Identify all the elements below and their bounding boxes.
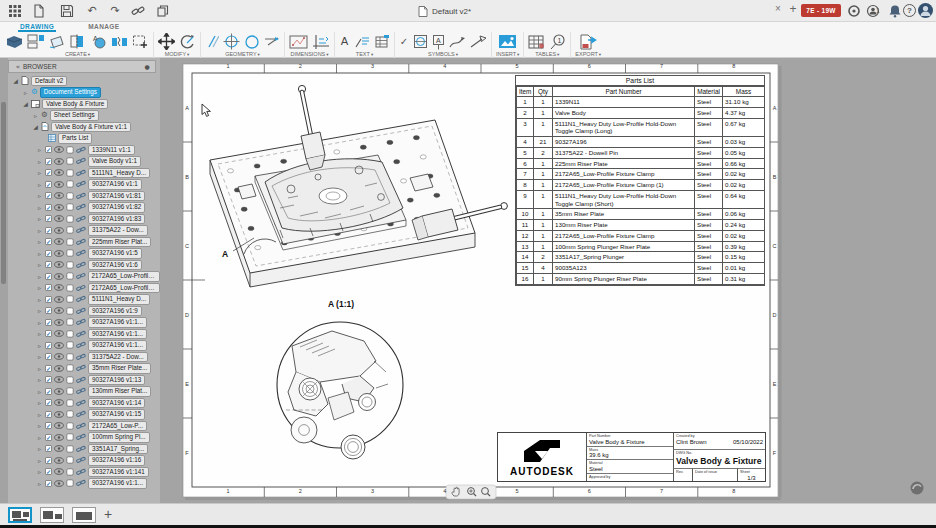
link-icon[interactable] bbox=[76, 422, 86, 430]
text-icon[interactable]: A bbox=[339, 35, 350, 49]
visibility-checkbox[interactable]: ✓ bbox=[45, 204, 52, 211]
ribbon-group-label-symbols[interactable]: SYMBOLS bbox=[428, 51, 455, 57]
browser-component-label[interactable]: 90327A196 v1:83 bbox=[88, 214, 145, 225]
collapsed-twisty-icon[interactable]: ▹ bbox=[36, 296, 43, 303]
visibility-checkbox[interactable]: ✓ bbox=[45, 296, 52, 303]
body-box-icon[interactable] bbox=[66, 410, 74, 418]
visibility-checkbox[interactable]: ✓ bbox=[45, 273, 52, 280]
file-menu-icon[interactable] bbox=[32, 4, 46, 18]
link-icon[interactable] bbox=[76, 238, 86, 246]
center-mark-icon[interactable] bbox=[223, 33, 240, 50]
spline-leader-icon[interactable] bbox=[449, 35, 466, 49]
visibility-checkbox[interactable]: ✓ bbox=[45, 181, 52, 188]
link-icon[interactable] bbox=[76, 284, 86, 292]
visibility-checkbox[interactable]: ✓ bbox=[45, 284, 52, 291]
browser-component-label[interactable]: 5111N1_Heavy D... bbox=[88, 168, 150, 179]
link-icon[interactable] bbox=[76, 353, 86, 361]
body-box-icon[interactable] bbox=[66, 180, 74, 188]
link-icon[interactable] bbox=[76, 387, 86, 395]
close-tab-icon[interactable]: × bbox=[772, 3, 784, 14]
note-table-icon[interactable] bbox=[374, 34, 390, 49]
body-box-icon[interactable] bbox=[66, 215, 74, 223]
link-icon[interactable] bbox=[76, 330, 86, 338]
eye-icon[interactable] bbox=[54, 445, 64, 452]
browser-component-row[interactable]: ▹ ✓ 90327A196 v1:15 bbox=[8, 409, 160, 421]
browser-component-row[interactable]: ▹ ✓ 2172A65_Low-Profile... bbox=[8, 271, 160, 283]
browser-component-label[interactable]: 90327A196 v1:1... bbox=[88, 478, 147, 489]
app-grid-icon[interactable] bbox=[8, 4, 22, 18]
visibility-checkbox[interactable]: ✓ bbox=[45, 422, 52, 429]
link-icon[interactable] bbox=[76, 456, 86, 464]
browser-component-row[interactable]: ▹ ✓ Valve Body v1:1 bbox=[8, 156, 160, 168]
undo-icon[interactable]: ↶ bbox=[85, 4, 99, 18]
move-icon[interactable] bbox=[158, 33, 175, 50]
eye-icon[interactable] bbox=[54, 284, 64, 291]
visibility-checkbox[interactable]: ✓ bbox=[45, 434, 52, 441]
copy-icon[interactable] bbox=[156, 4, 170, 18]
collapsed-twisty-icon[interactable]: ▹ bbox=[22, 89, 29, 96]
browser-component-row[interactable]: ▹ ✓ 100mm Spring Pl... bbox=[8, 432, 160, 444]
body-box-icon[interactable] bbox=[66, 272, 74, 280]
browser-node-label[interactable]: Document Settings bbox=[40, 87, 101, 98]
body-box-icon[interactable] bbox=[66, 399, 74, 407]
collapsed-twisty-icon[interactable]: ▹ bbox=[32, 112, 39, 119]
browser-component-row[interactable]: ▹ ✓ 3351A17_Spring... bbox=[8, 443, 160, 455]
eye-icon[interactable] bbox=[54, 399, 64, 406]
collapsed-twisty-icon[interactable]: ▹ bbox=[36, 192, 43, 199]
display-settings-icon[interactable]: ● bbox=[143, 60, 151, 74]
export-sheet-icon[interactable] bbox=[579, 34, 597, 50]
eye-icon[interactable] bbox=[54, 273, 64, 280]
add-sheet-icon[interactable]: + bbox=[104, 506, 112, 522]
browser-component-row[interactable]: ▹ ✓ 90327A196 v1:5 bbox=[8, 248, 160, 260]
browser-scrollbar[interactable] bbox=[0, 58, 8, 503]
visibility-checkbox[interactable]: ✓ bbox=[45, 307, 52, 314]
browser-component-label[interactable]: 100mm Spring Pl... bbox=[88, 432, 150, 443]
browser-component-row[interactable]: ▹ ✓ 2172A65_Low-P... bbox=[8, 420, 160, 432]
collapsed-twisty-icon[interactable]: ▹ bbox=[36, 445, 43, 452]
browser-component-label[interactable]: 90327A196 v1:1... bbox=[88, 329, 147, 340]
link-icon[interactable] bbox=[76, 410, 86, 418]
browser-component-row[interactable]: ▹ ✓ 90327A196 v1:82 bbox=[8, 202, 160, 214]
tab-manage[interactable]: MANAGE bbox=[86, 22, 121, 32]
sheet-tab-1[interactable] bbox=[8, 507, 32, 523]
collapsed-twisty-icon[interactable]: ▹ bbox=[36, 250, 43, 257]
visibility-checkbox[interactable]: ✓ bbox=[45, 261, 52, 268]
visibility-checkbox[interactable]: ✓ bbox=[45, 445, 52, 452]
eye-icon[interactable] bbox=[54, 181, 64, 188]
projected-view-icon[interactable] bbox=[27, 34, 45, 49]
browser-component-row[interactable]: ▹ ✓ 90327A196 v1:13 bbox=[8, 374, 160, 386]
collapsed-twisty-icon[interactable]: ▹ bbox=[36, 261, 43, 268]
eye-icon[interactable] bbox=[54, 411, 64, 418]
visibility-checkbox[interactable]: ✓ bbox=[45, 146, 52, 153]
collapsed-twisty-icon[interactable]: ▹ bbox=[36, 422, 43, 429]
body-box-icon[interactable] bbox=[66, 284, 74, 292]
eye-icon[interactable] bbox=[54, 388, 64, 395]
browser-component-label[interactable]: 2172A65_Low-Profile... bbox=[88, 271, 161, 282]
browser-scrollbar-thumb[interactable] bbox=[1, 102, 6, 284]
visibility-checkbox[interactable]: ✓ bbox=[45, 330, 52, 337]
base-view-icon[interactable] bbox=[6, 35, 23, 49]
browser-component-label[interactable]: 2172A65_Low-P... bbox=[88, 421, 147, 432]
help-icon[interactable]: ? bbox=[903, 4, 916, 17]
body-box-icon[interactable] bbox=[66, 330, 74, 338]
visibility-checkbox[interactable]: ✓ bbox=[45, 250, 52, 257]
visibility-checkbox[interactable]: ✓ bbox=[45, 411, 52, 418]
collapsed-twisty-icon[interactable]: ▹ bbox=[36, 457, 43, 464]
expanded-twisty-icon[interactable]: ◢ bbox=[12, 77, 19, 84]
body-box-icon[interactable] bbox=[66, 456, 74, 464]
browser-component-row[interactable]: ▹ ✓ 5111N1_Heavy D... bbox=[8, 167, 160, 179]
browser-component-label[interactable]: 90327A196 v1:1... bbox=[88, 340, 147, 351]
link-icon[interactable] bbox=[76, 468, 86, 476]
eye-icon[interactable] bbox=[54, 169, 64, 176]
body-box-icon[interactable] bbox=[66, 318, 74, 326]
ribbon-group-label-export[interactable]: EXPORT bbox=[575, 51, 598, 57]
eye-icon[interactable] bbox=[54, 146, 64, 153]
collapsed-twisty-icon[interactable]: ▹ bbox=[36, 146, 43, 153]
link-icon[interactable] bbox=[76, 215, 86, 223]
ordinate-dimension-icon[interactable] bbox=[312, 34, 330, 50]
parallel-lines-icon[interactable] bbox=[205, 34, 219, 49]
feature-frame-icon[interactable]: A bbox=[432, 34, 445, 50]
collapsed-twisty-icon[interactable]: ▹ bbox=[36, 388, 43, 395]
browser-component-label[interactable]: 31375A22 - Dow... bbox=[88, 225, 148, 236]
visibility-checkbox[interactable]: ✓ bbox=[45, 399, 52, 406]
